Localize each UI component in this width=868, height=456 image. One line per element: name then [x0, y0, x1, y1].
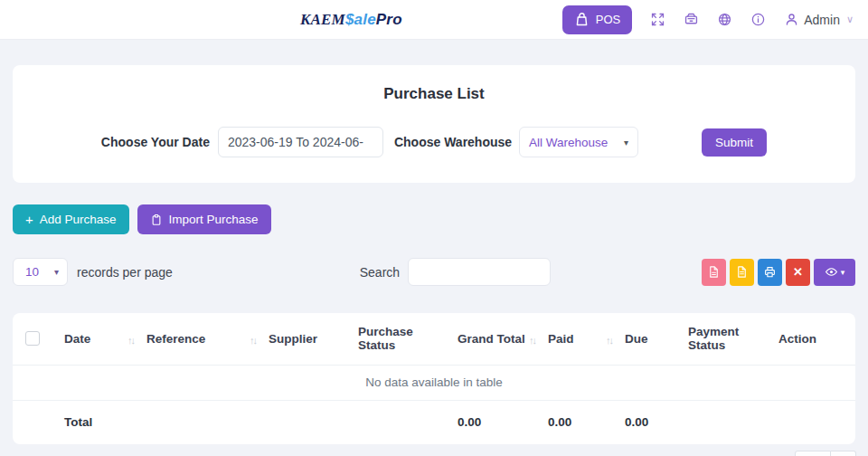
select-all-checkbox[interactable] [25, 331, 40, 346]
pagination-partial[interactable] [795, 451, 856, 456]
column-label: Action [778, 332, 816, 346]
column-label: Paid [548, 332, 574, 346]
logo-part-sale: $ale [345, 11, 376, 29]
globe-icon[interactable] [716, 12, 732, 28]
column-label: Date [64, 332, 90, 346]
page-size-select[interactable]: 10 ▾ [13, 258, 68, 286]
logo-part-kaem: KAEM [300, 11, 345, 29]
column-header-date[interactable]: Date↑↓ [64, 313, 146, 365]
warehouse-select[interactable]: All Warehouse ▾ [519, 127, 638, 157]
logo-part-pro: Pro [376, 11, 402, 29]
column-label: Grand Total [458, 332, 525, 346]
column-header-due[interactable]: Due [625, 313, 688, 365]
column-label: Reference [146, 332, 205, 346]
warehouse-selected-value: All Warehouse [529, 136, 608, 149]
purchase-table: Date↑↓ Reference↑↓ Supplier Purchase Sta… [13, 313, 855, 444]
add-purchase-button[interactable]: + Add Purchase [13, 204, 129, 234]
footer-paid-value: 0.00 [548, 400, 625, 444]
print-button[interactable] [758, 259, 782, 286]
spreadsheet-file-icon [735, 265, 749, 279]
purchase-table-card: Date↑↓ Reference↑↓ Supplier Purchase Sta… [13, 313, 855, 444]
column-label: Supplier [269, 332, 317, 346]
close-icon: ✕ [793, 265, 803, 279]
date-range-label: Choose Your Date [101, 135, 210, 149]
records-per-page-label: records per page [77, 265, 173, 280]
sort-icon[interactable]: ↑↓ [525, 335, 535, 346]
empty-state-text: No data available in table [13, 365, 855, 400]
empty-state-row: No data available in table [13, 365, 855, 400]
table-header-row: Date↑↓ Reference↑↓ Supplier Purchase Sta… [13, 313, 855, 365]
export-pdf-button[interactable] [702, 259, 726, 286]
close-button[interactable]: ✕ [786, 259, 810, 286]
chevron-down-icon: ∨ [846, 14, 854, 25]
sort-icon[interactable]: ↑↓ [246, 335, 256, 346]
pos-button[interactable]: POS [562, 5, 632, 34]
clipboard-icon [150, 214, 163, 226]
search-input[interactable] [408, 258, 551, 286]
column-visibility-button[interactable]: ▾ [814, 259, 855, 286]
submit-button[interactable]: Submit [702, 128, 767, 157]
import-purchase-button[interactable]: Import Purchase [137, 204, 271, 234]
fullscreen-icon[interactable] [649, 12, 665, 28]
page-size-value: 10 [25, 265, 39, 279]
caret-down-icon: ▾ [54, 267, 59, 277]
purchase-filter-card: Purchase List Choose Your Date Choose Wa… [13, 65, 855, 183]
printer-icon [763, 265, 777, 279]
column-header-payment-status[interactable]: Payment Status [688, 313, 778, 365]
table-footer-row: Total 0.00 0.00 0.00 [13, 400, 855, 444]
pagination-page-button[interactable] [831, 451, 856, 456]
shopping-bag-icon [574, 12, 590, 28]
top-navbar: KAEM$alePro POS Admin ∨ [0, 0, 868, 40]
cash-drawer-icon[interactable] [683, 12, 699, 28]
export-excel-button[interactable] [730, 259, 754, 286]
column-header-action[interactable]: Action [778, 313, 855, 365]
caret-down-icon: ▾ [624, 138, 628, 147]
import-purchase-label: Import Purchase [169, 213, 259, 226]
column-header-grand-total[interactable]: Grand Total↑↓ [458, 313, 548, 365]
page-title: Purchase List [34, 85, 834, 103]
sort-icon[interactable]: ↑↓ [602, 335, 612, 346]
info-icon[interactable] [750, 12, 766, 28]
column-header-purchase-status[interactable]: Purchase Status [358, 313, 458, 365]
plus-icon: + [25, 213, 33, 226]
user-icon [783, 12, 799, 28]
pdf-file-icon [707, 265, 721, 279]
caret-down-icon: ▾ [841, 268, 845, 277]
column-label: Payment Status [688, 325, 766, 352]
admin-label: Admin [804, 13, 840, 27]
column-header-paid[interactable]: Paid↑↓ [548, 313, 625, 365]
footer-total-label: Total [64, 400, 146, 444]
app-logo: KAEM$alePro [300, 0, 402, 40]
column-label: Purchase Status [358, 325, 445, 352]
add-purchase-label: Add Purchase [40, 213, 117, 226]
pos-button-label: POS [596, 13, 620, 26]
footer-due-value: 0.00 [625, 400, 688, 444]
column-header-supplier[interactable]: Supplier [269, 313, 358, 365]
admin-menu[interactable]: Admin ∨ [783, 12, 854, 28]
eye-icon [825, 265, 838, 279]
date-range-input[interactable] [218, 127, 383, 157]
footer-grand-total-value: 0.00 [458, 400, 548, 444]
column-label: Due [625, 332, 648, 346]
search-label: Search [360, 265, 400, 280]
warehouse-label: Choose Warehouse [394, 135, 512, 149]
sort-icon[interactable]: ↑↓ [124, 335, 134, 346]
column-header-reference[interactable]: Reference↑↓ [146, 313, 269, 365]
pagination-prev-button[interactable] [795, 451, 831, 456]
